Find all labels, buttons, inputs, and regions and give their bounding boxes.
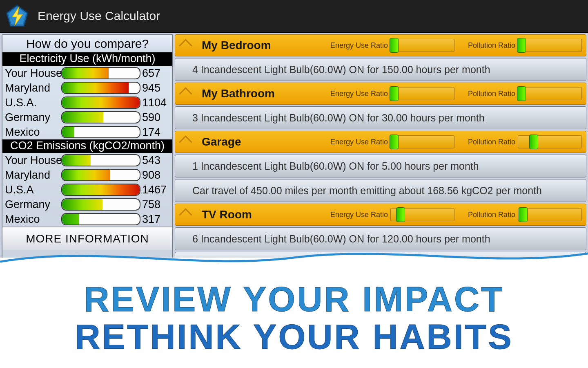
room-name: Garage	[202, 135, 324, 148]
compare-row-label: Mexico	[5, 126, 61, 139]
content-area: How do you compare? Electricity Use (kWh…	[0, 33, 588, 368]
compare-row: U.S.A.1104	[2, 95, 172, 110]
slider-thumb[interactable]	[390, 135, 399, 149]
compare-row-label: U.S.A.	[5, 96, 61, 109]
compare-bar	[61, 169, 140, 181]
room-item[interactable]: 4 Incandescent Light Bulb(60.0W) ON for …	[175, 58, 586, 81]
compare-bar-fill	[62, 214, 79, 224]
compare-row: U.S.A1467	[2, 182, 172, 197]
compare-row: Maryland908	[2, 168, 172, 182]
app-title: Energy Use Calculator	[38, 9, 160, 23]
compare-bar	[61, 111, 140, 123]
energy-ratio-slider[interactable]	[390, 87, 454, 100]
promo-banner: REVIEW YOUR IMPACT RETHINK YOUR HABITS	[0, 258, 588, 368]
compare-row: Your House543	[2, 153, 172, 168]
chevron-up-icon	[179, 39, 192, 52]
compare-row-label: Germany	[5, 198, 61, 211]
compare-bar-fill	[62, 112, 103, 123]
pollution-ratio-slider[interactable]	[518, 135, 582, 148]
chevron-up-icon	[179, 87, 192, 101]
room-item[interactable]: Car travel of 450.00 miles per month emi…	[175, 179, 586, 202]
compare-row: Mexico174	[2, 125, 172, 139]
compare-bar-fill	[62, 155, 91, 166]
compare-row-value: 945	[140, 82, 170, 94]
compare-bar-fill	[62, 199, 102, 210]
chevron-up-icon	[179, 135, 192, 149]
compare-row: Germany590	[2, 110, 172, 125]
compare-row-label: Mexico	[5, 213, 61, 226]
energy-ratio-label: Energy Use Ratio	[330, 41, 388, 50]
compare-row-label: Germany	[5, 111, 61, 124]
slider-thumb[interactable]	[517, 38, 526, 53]
compare-row-value: 543	[140, 154, 170, 167]
pollution-ratio-label: Pollution Ratio	[468, 41, 515, 50]
room-name: My Bathroom	[202, 87, 324, 100]
app-logo-icon	[5, 4, 29, 28]
compare-row-value: 174	[140, 126, 170, 139]
compare-row-value: 758	[140, 198, 170, 211]
compare-row-label: Maryland	[5, 169, 61, 182]
room-header[interactable]: GarageEnergy Use RatioPollution Ratio	[175, 131, 586, 153]
compare-row-value: 657	[140, 67, 170, 80]
slider-thumb[interactable]	[390, 86, 399, 101]
compare-row-label: Your House	[5, 154, 61, 167]
room-name: TV Room	[202, 208, 324, 221]
energy-ratio-label: Energy Use Ratio	[330, 90, 388, 98]
compare-section-header: Electricity Use (kWh/month)	[2, 52, 172, 66]
room-item[interactable]: 1 Incandescent Light Bulb(60.0W) ON for …	[175, 155, 586, 177]
compare-row-value: 590	[140, 111, 170, 124]
compare-row: Germany758	[2, 197, 172, 212]
compare-row-value: 908	[140, 169, 170, 182]
slider-thumb[interactable]	[529, 135, 538, 149]
room-item[interactable]: 3 Incandescent Light Bulb(60.0W) ON for …	[175, 106, 586, 129]
compare-bar-fill	[62, 97, 140, 108]
compare-bar-fill	[62, 184, 140, 195]
compare-bar-fill	[62, 170, 110, 180]
banner-line2: RETHINK YOUR HABITS	[0, 319, 588, 354]
room-header[interactable]: TV RoomEnergy Use RatioPollution Ratio	[175, 204, 586, 226]
compare-bar	[61, 67, 140, 79]
compare-title: How do you compare?	[2, 35, 172, 52]
pollution-ratio-label: Pollution Ratio	[468, 211, 515, 219]
pollution-ratio-slider[interactable]	[518, 87, 582, 100]
energy-ratio-slider[interactable]	[390, 135, 454, 148]
compare-row-label: Maryland	[5, 82, 61, 94]
banner-line1: REVIEW YOUR IMPACT	[0, 281, 588, 316]
compare-bar-fill	[62, 83, 129, 93]
room-header[interactable]: My BedroomEnergy Use RatioPollution Rati…	[175, 34, 586, 56]
compare-bar	[61, 198, 140, 211]
pollution-ratio-label: Pollution Ratio	[468, 138, 515, 146]
slider-thumb[interactable]	[396, 207, 405, 222]
pollution-ratio-slider[interactable]	[518, 208, 582, 221]
compare-row: Your House657	[2, 66, 172, 81]
energy-ratio-slider[interactable]	[390, 39, 454, 52]
slider-thumb[interactable]	[519, 207, 528, 222]
energy-ratio-label: Energy Use Ratio	[330, 138, 388, 146]
slider-thumb[interactable]	[517, 86, 526, 101]
wave-divider	[0, 245, 588, 270]
compare-row-label: Your House	[5, 67, 61, 80]
compare-row: Maryland945	[2, 81, 172, 95]
compare-bar	[61, 82, 140, 94]
compare-bar-fill	[62, 68, 109, 79]
pollution-ratio-slider[interactable]	[518, 39, 582, 52]
compare-row-value: 317	[140, 213, 170, 226]
compare-bar	[61, 126, 140, 138]
app-root: Energy Use Calculator How do you compare…	[0, 0, 588, 368]
slider-thumb[interactable]	[390, 38, 399, 53]
pollution-ratio-label: Pollution Ratio	[468, 90, 515, 98]
chevron-up-icon	[179, 208, 192, 222]
compare-bar	[61, 96, 140, 109]
compare-bar-fill	[62, 127, 74, 137]
compare-row-value: 1467	[140, 184, 170, 196]
room-header[interactable]: My BathroomEnergy Use RatioPollution Rat…	[175, 83, 586, 105]
energy-ratio-slider[interactable]	[390, 208, 454, 221]
compare-section-header: CO2 Emissions (kgCO2/month)	[2, 139, 172, 153]
compare-bar	[61, 184, 140, 196]
compare-row-label: U.S.A	[5, 184, 61, 196]
room-name: My Bedroom	[202, 39, 324, 52]
title-bar: Energy Use Calculator	[0, 0, 588, 33]
compare-bar	[61, 213, 140, 225]
compare-row-value: 1104	[140, 96, 170, 109]
compare-bar	[61, 154, 140, 166]
